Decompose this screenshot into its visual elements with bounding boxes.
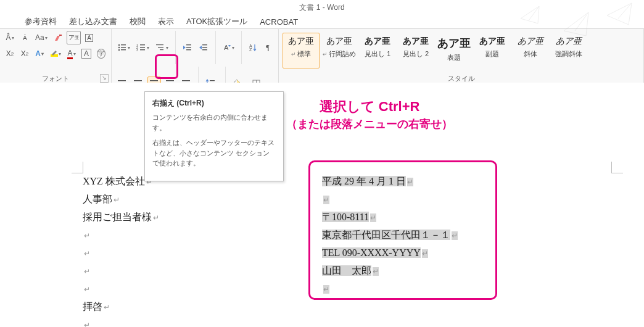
multilevel-list-button[interactable]: ▾ (154, 41, 170, 54)
margin-corner-tr (611, 162, 623, 173)
tooltip-align-right: 右揃え (Ctrl+R) コンテンツを右余白の内側に合わせます。 右揃えは、ヘッ… (144, 91, 284, 181)
window-title: 文書 1 - Word (0, 0, 644, 15)
style-chip[interactable]: あア亜↵標準 (283, 33, 320, 68)
enclose-char-button[interactable]: A (83, 31, 96, 44)
svg-rect-13 (156, 44, 163, 45)
font-launcher[interactable]: ↘ (100, 74, 109, 83)
group-paragraph: ▾ 123▾ ▾ A▾ AZ ¶ ▾ ▾ (112, 29, 279, 83)
tooltip-body-2: 右揃えは、ヘッダーやフッターのテキストなど、小さなコンテンツ セクションで使われ… (152, 138, 276, 168)
svg-rect-4 (121, 47, 126, 48)
style-chip[interactable]: あア亜斜体 (512, 33, 549, 68)
doc-line-selected[interactable]: ↵ (322, 191, 458, 209)
style-chip[interactable]: あア亜↵行間詰め (321, 33, 358, 68)
svg-rect-34 (166, 80, 174, 81)
tooltip-title: 右揃え (Ctrl+R) (152, 98, 276, 109)
clear-format-button[interactable] (52, 31, 64, 44)
sort-button[interactable]: AZ (247, 41, 259, 54)
ribbon-tab[interactable]: ACROBAT (260, 17, 298, 27)
svg-rect-19 (202, 44, 207, 45)
enclose-circle-button[interactable]: 字 (95, 47, 107, 60)
font-color-button[interactable]: A▾ (65, 47, 78, 60)
svg-rect-12 (140, 49, 145, 50)
show-marks-button[interactable]: ¶ (262, 41, 274, 54)
doc-line-selected[interactable]: 平成 29 年 4 月 1 日↵ (322, 173, 458, 191)
svg-rect-17 (186, 47, 191, 48)
svg-rect-20 (202, 47, 207, 48)
superscript-button[interactable]: X2 (19, 47, 31, 60)
svg-rect-18 (186, 49, 191, 50)
svg-rect-10 (140, 47, 145, 48)
numbering-button[interactable]: 123▾ (134, 41, 151, 54)
decrease-indent-button[interactable] (181, 41, 194, 54)
doc-line-selected[interactable]: 〒100-8111↵ (322, 209, 458, 226)
text-direction-button[interactable]: A▾ (221, 41, 236, 54)
svg-rect-15 (160, 49, 163, 50)
shrink-font-button[interactable]: Ǎ (19, 31, 31, 44)
bullets-button[interactable]: ▾ (115, 41, 132, 54)
svg-rect-28 (134, 80, 142, 81)
svg-point-3 (118, 47, 120, 48)
svg-rect-2 (121, 44, 126, 45)
change-case-button[interactable]: Aa▾ (33, 31, 49, 44)
doc-line[interactable]: 拝啓↵ (83, 298, 588, 316)
increase-indent-button[interactable] (197, 41, 210, 54)
ribbon-tab[interactable]: 表示 (158, 16, 174, 27)
svg-rect-31 (150, 80, 158, 81)
style-chip[interactable]: あア亜表題 (436, 33, 473, 68)
ribbon-tab[interactable]: 参考資料 (25, 16, 57, 27)
doc-line-selected[interactable]: 東京都千代田区千代田１－１↵ (322, 226, 458, 244)
style-chip[interactable]: あア亜見出し 2 (397, 33, 434, 68)
svg-rect-21 (202, 49, 207, 50)
svg-text:A: A (224, 44, 229, 51)
doc-line[interactable]: ↵ (83, 316, 588, 327)
svg-rect-6 (121, 49, 126, 50)
group-label-styles: スタイル (279, 73, 643, 83)
margin-corner-tl (72, 162, 83, 173)
svg-rect-37 (182, 80, 190, 81)
style-chip[interactable]: あア亜見出し 1 (359, 33, 396, 68)
doc-right-column[interactable]: 平成 29 年 4 月 1 日↵↵〒100-8111↵東京都千代田区千代田１－１… (322, 173, 458, 298)
style-chip[interactable]: あア亜強調斜体 (550, 33, 587, 68)
ribbon-tab[interactable]: 差し込み文書 (69, 16, 117, 27)
svg-rect-25 (118, 80, 126, 81)
ribbon: Â▾ Ǎ Aa▾ ア亜 A X2 X2 A▾ ▾ A▾ A 字 フォント↘ … (0, 28, 644, 84)
annotation-text: 選択して Ctrl+R （または段落メニューの右寄せ） (286, 97, 453, 132)
svg-point-5 (118, 49, 120, 51)
doc-line-selected[interactable]: ↵ (322, 280, 458, 298)
grow-font-button[interactable]: Â▾ (4, 31, 16, 44)
svg-rect-0 (51, 54, 58, 57)
group-font: Â▾ Ǎ Aa▾ ア亜 A X2 X2 A▾ ▾ A▾ A 字 フォント↘ (0, 29, 112, 83)
highlight-button[interactable]: ▾ (48, 47, 63, 60)
text-effects-button[interactable]: A▾ (33, 47, 46, 60)
doc-line-selected[interactable]: TEL 090-XXXX-YYYY↵ (322, 244, 458, 262)
svg-rect-8 (140, 44, 145, 45)
phonetic-guide-button[interactable]: ア亜 (67, 31, 81, 44)
group-styles: あア亜↵標準あア亜↵行間詰めあア亜見出し 1あア亜見出し 2あア亜表題あア亜副題… (279, 29, 644, 83)
svg-rect-14 (158, 47, 163, 48)
ribbon-tabs: 参考資料差し込み文書校閲表示ATOK拡張ツールACROBAT (0, 15, 644, 28)
tooltip-body-1: コンテンツを右余白の内側に合わせます。 (152, 112, 276, 133)
svg-rect-16 (186, 44, 191, 45)
svg-text:Z: Z (249, 48, 252, 52)
svg-point-1 (118, 44, 120, 46)
ribbon-tab[interactable]: ATOK拡張ツール (186, 16, 247, 27)
style-chip[interactable]: あア亜副題 (474, 33, 511, 68)
doc-line-selected[interactable]: 山田 太郎↵ (322, 262, 458, 280)
ribbon-tab[interactable]: 校閲 (130, 16, 146, 27)
group-label-font: フォント↘ (0, 73, 111, 83)
char-shading-button[interactable]: A (80, 47, 93, 60)
svg-text:3: 3 (136, 48, 138, 52)
svg-rect-40 (210, 80, 215, 81)
subscript-button[interactable]: X2 (4, 47, 16, 60)
